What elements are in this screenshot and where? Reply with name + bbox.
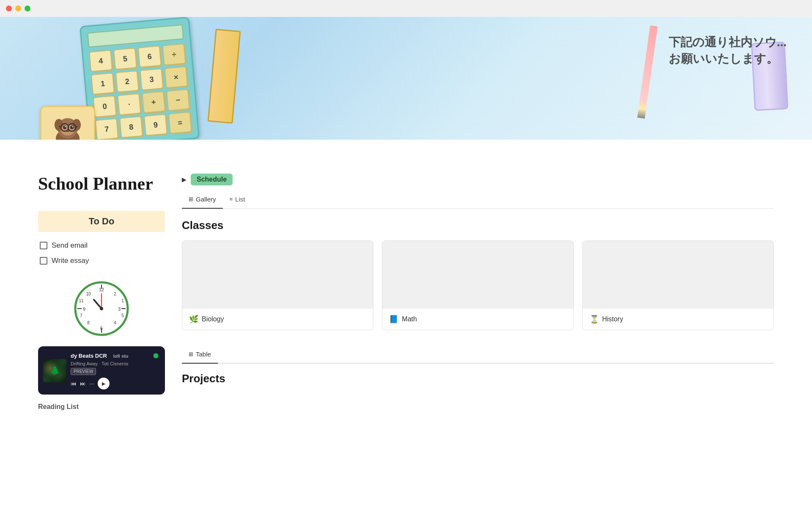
pencil-decoration xyxy=(637,25,658,119)
svg-text:1: 1 xyxy=(121,298,124,303)
close-button[interactable] xyxy=(6,6,12,11)
page-body: School Planner To Do Send email Write es… xyxy=(0,140,812,428)
class-card-biology[interactable]: 🌿 Biology xyxy=(182,240,373,330)
maximize-button[interactable] xyxy=(25,6,30,11)
todo-label-write-essay: Write essay xyxy=(52,257,89,265)
music-title: dy Beats DCR lofi stu xyxy=(71,353,128,359)
class-card-footer-history: ⏳ History xyxy=(583,309,774,330)
prev-button[interactable]: ⏮ xyxy=(71,380,77,387)
todo-item-send-email[interactable]: Send email xyxy=(38,238,165,253)
tab-gallery-label: Gallery xyxy=(196,196,216,203)
biology-icon: 🌿 xyxy=(189,315,198,324)
svg-text:4: 4 xyxy=(114,320,116,325)
svg-point-13 xyxy=(72,126,73,127)
svg-text:11: 11 xyxy=(79,298,84,303)
class-label-math: Math xyxy=(402,315,417,323)
analog-clock: 12 3 6 9 2 10 8 4 1 11 5 7 xyxy=(74,281,129,336)
svg-text:12: 12 xyxy=(99,287,104,292)
page-title: School Planner xyxy=(38,174,165,194)
banner: 4 5 6 ÷ 1 2 3 × 0 · + − 7 8 9 = xyxy=(0,17,812,140)
classes-section-title: Classes xyxy=(182,219,774,232)
class-card-image-biology xyxy=(182,241,373,309)
svg-text:2: 2 xyxy=(114,292,116,296)
class-card-math[interactable]: 📘 Math xyxy=(382,240,573,330)
schedule-toggle-button[interactable]: ▶ xyxy=(182,176,187,183)
banner-art: 4 5 6 ÷ 1 2 3 × 0 · + − 7 8 9 = xyxy=(80,17,200,140)
reading-list-label: Reading List xyxy=(38,403,165,411)
svg-text:7: 7 xyxy=(80,313,82,318)
math-icon: 📘 xyxy=(389,315,398,324)
notebook-decoration xyxy=(208,29,241,124)
avatar-emoji xyxy=(49,112,87,140)
main-content: ▶ Schedule ⊞ Gallery ≡ List Classes xyxy=(182,174,774,411)
tab-list[interactable]: ≡ List xyxy=(223,192,252,209)
todo-label-send-email: Send email xyxy=(52,241,88,250)
music-controls: ⏮ ⏭ ··· ▶ xyxy=(71,378,160,389)
svg-point-11 xyxy=(70,126,74,129)
music-preview-badge: PREVIEW xyxy=(71,368,96,375)
music-player: 🌲 dy Beats DCR lofi stu ⏺ Drifting Away … xyxy=(38,346,165,395)
schedule-badge[interactable]: Schedule xyxy=(191,174,233,185)
svg-text:6: 6 xyxy=(100,326,103,331)
history-icon: ⏳ xyxy=(590,315,599,324)
class-label-biology: Biology xyxy=(202,315,224,323)
music-info: dy Beats DCR lofi stu ⏺ Drifting Away · … xyxy=(71,351,160,389)
class-card-footer-biology: 🌿 Biology xyxy=(182,309,373,330)
clock-container: 12 3 6 9 2 10 8 4 1 11 5 7 xyxy=(38,281,165,336)
class-card-image-math xyxy=(382,241,573,309)
class-card-history[interactable]: ⏳ History xyxy=(582,240,774,330)
class-cards: 🌿 Biology 📘 Math ⏳ xyxy=(182,240,774,330)
minimize-button[interactable] xyxy=(15,6,21,11)
spotify-icon: ⏺ xyxy=(152,351,160,360)
svg-point-10 xyxy=(63,126,66,129)
svg-text:3: 3 xyxy=(118,306,121,312)
class-card-footer-math: 📘 Math xyxy=(382,309,573,330)
svg-text:9: 9 xyxy=(83,306,85,312)
todo-checkbox-write-essay[interactable] xyxy=(40,257,47,265)
class-label-history: History xyxy=(602,315,623,323)
table-tabs: ⊞ Table xyxy=(182,347,774,364)
next-button[interactable]: ⏭ xyxy=(80,380,86,387)
play-button[interactable]: ▶ xyxy=(98,378,110,389)
more-button[interactable]: ··· xyxy=(89,380,94,387)
gallery-icon: ⊞ xyxy=(189,196,193,202)
tab-table-label: Table xyxy=(196,351,211,358)
todo-section: To Do Send email Write essay xyxy=(38,211,165,268)
todo-checkbox-send-email[interactable] xyxy=(40,242,47,249)
svg-point-36 xyxy=(100,307,103,310)
page-content: 4 5 6 ÷ 1 2 3 × 0 · + − 7 8 9 = xyxy=(0,17,812,428)
todo-item-write-essay[interactable]: Write essay xyxy=(38,253,165,268)
music-album-art: 🌲 xyxy=(43,359,66,382)
list-icon: ≡ xyxy=(230,196,233,202)
avatar xyxy=(40,106,95,140)
svg-point-12 xyxy=(65,126,66,127)
table-icon: ⊞ xyxy=(189,351,193,357)
music-track: Drifting Away · Toti Cisneros xyxy=(71,361,160,366)
view-tabs: ⊞ Gallery ≡ List xyxy=(182,192,774,209)
todo-header: To Do xyxy=(38,211,165,232)
svg-text:8: 8 xyxy=(87,320,90,325)
titlebar xyxy=(0,0,812,17)
svg-text:10: 10 xyxy=(86,292,91,296)
schedule-section-header: ▶ Schedule xyxy=(182,174,774,185)
class-card-image-history xyxy=(583,241,774,309)
svg-text:5: 5 xyxy=(121,313,124,318)
banner-jp-text: 下記の通り社内ソウ... お願いいたします。 xyxy=(669,34,787,67)
sidebar: School Planner To Do Send email Write es… xyxy=(38,174,182,411)
svg-point-14 xyxy=(66,130,69,132)
projects-section-title: Projects xyxy=(182,372,774,385)
tab-gallery[interactable]: ⊞ Gallery xyxy=(182,192,223,209)
tab-list-label: List xyxy=(235,196,245,203)
tab-table[interactable]: ⊞ Table xyxy=(182,347,218,364)
